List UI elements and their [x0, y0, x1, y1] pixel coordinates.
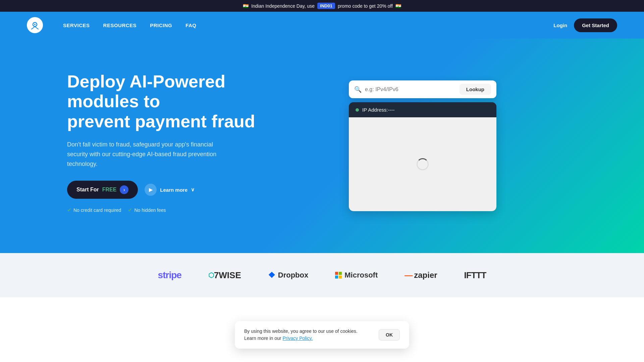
logo-icon — [27, 17, 43, 33]
brand-ifttt[interactable]: IFTTT — [464, 270, 486, 281]
brand-zapier[interactable]: —zapier — [405, 270, 437, 280]
cookie-banner: By using this website, you agree to our … — [235, 321, 409, 349]
chevron-down-icon: ∨ — [191, 187, 195, 193]
lookup-card: 🔍 Lookup IP Address:---- — [349, 80, 496, 211]
announcement-text-before: Indian Independence Day, use — [251, 3, 315, 9]
ip-status-dot — [356, 108, 359, 112]
flag-left: 🇮🇳 — [243, 3, 249, 9]
logo[interactable] — [27, 17, 43, 33]
ip-address-label: IP Address:---- — [362, 107, 394, 113]
badge-text-1: No credit card required — [73, 207, 121, 213]
loading-spinner — [417, 158, 429, 170]
arrow-right-icon: › — [120, 185, 128, 194]
flag-right: 🇮🇳 — [395, 3, 401, 9]
svg-point-1 — [34, 24, 36, 25]
hero-section: Deploy AI-Powered modules to prevent pay… — [0, 39, 644, 253]
nav-faq[interactable]: FAQ — [185, 22, 196, 28]
navbar: SERVICES RESOURCES PRICING FAQ Login Get… — [0, 12, 644, 39]
check-icon-2: ✔ — [128, 207, 132, 213]
brand-stripe[interactable]: stripe — [158, 270, 181, 281]
ip-result-body — [349, 117, 496, 211]
navbar-right: Login Get Started — [553, 18, 617, 32]
announcement-text-after: promo code to get 20% off — [338, 3, 393, 9]
lookup-button[interactable]: Lookup — [460, 84, 491, 95]
privacy-policy-link[interactable]: Privacy Policy. — [282, 336, 313, 341]
hero-content: Deploy AI-Powered modules to prevent pay… — [67, 72, 268, 214]
ip-result-card: IP Address:---- — [349, 102, 496, 211]
announcement-bar: 🇮🇳 Indian Independence Day, use IND01 pr… — [0, 0, 644, 12]
brand-dropbox[interactable]: ❖ Dropbox — [268, 270, 308, 280]
nav-resources[interactable]: RESOURCES — [103, 22, 137, 28]
navbar-left: SERVICES RESOURCES PRICING FAQ — [27, 17, 196, 33]
dropbox-icon: ❖ — [268, 270, 275, 280]
hero-subtitle: Don't fall victim to fraud, safeguard yo… — [67, 140, 228, 169]
hero-title: Deploy AI-Powered modules to prevent pay… — [67, 72, 268, 132]
learn-more-button[interactable]: ▶ Learn more ∨ — [145, 184, 195, 196]
cookie-ok-button[interactable]: OK — [379, 329, 400, 341]
free-label: FREE — [102, 187, 117, 193]
promo-code-badge: IND01 — [317, 3, 335, 9]
microsoft-logo-grid — [335, 272, 342, 279]
badge-no-hidden-fees: ✔ No hidden fees — [128, 207, 166, 213]
get-started-button[interactable]: Get Started — [574, 18, 617, 32]
lookup-search-bar: 🔍 Lookup — [349, 80, 496, 98]
nav-services[interactable]: SERVICES — [63, 22, 90, 28]
play-icon: ▶ — [145, 184, 157, 196]
brand-wise[interactable]: ⬡7WISE — [208, 270, 241, 281]
badge-text-2: No hidden fees — [134, 207, 166, 213]
nav-pricing[interactable]: PRICING — [150, 22, 172, 28]
search-icon: 🔍 — [354, 86, 362, 93]
cookie-text: By using this website, you agree to our … — [244, 328, 369, 342]
hero-actions: Start For FREE › ▶ Learn more ∨ — [67, 181, 268, 199]
check-icon: ✔ — [67, 207, 71, 213]
lookup-input[interactable] — [365, 86, 456, 93]
brands-section: stripe ⬡7WISE ❖ Dropbox Microsoft —zapie… — [0, 253, 644, 297]
ip-result-header: IP Address:---- — [349, 102, 496, 117]
brand-microsoft[interactable]: Microsoft — [335, 271, 378, 280]
start-prefix: Start For — [76, 187, 99, 193]
learn-more-label: Learn more — [160, 187, 187, 193]
start-free-button[interactable]: Start For FREE › — [67, 181, 138, 199]
hero-widget: 🔍 Lookup IP Address:---- — [268, 74, 577, 211]
zapier-icon: — — [405, 270, 413, 280]
nav-links: SERVICES RESOURCES PRICING FAQ — [63, 22, 196, 28]
hero-badges: ✔ No credit card required ✔ No hidden fe… — [67, 207, 268, 213]
badge-no-credit-card: ✔ No credit card required — [67, 207, 121, 213]
login-button[interactable]: Login — [553, 22, 567, 28]
